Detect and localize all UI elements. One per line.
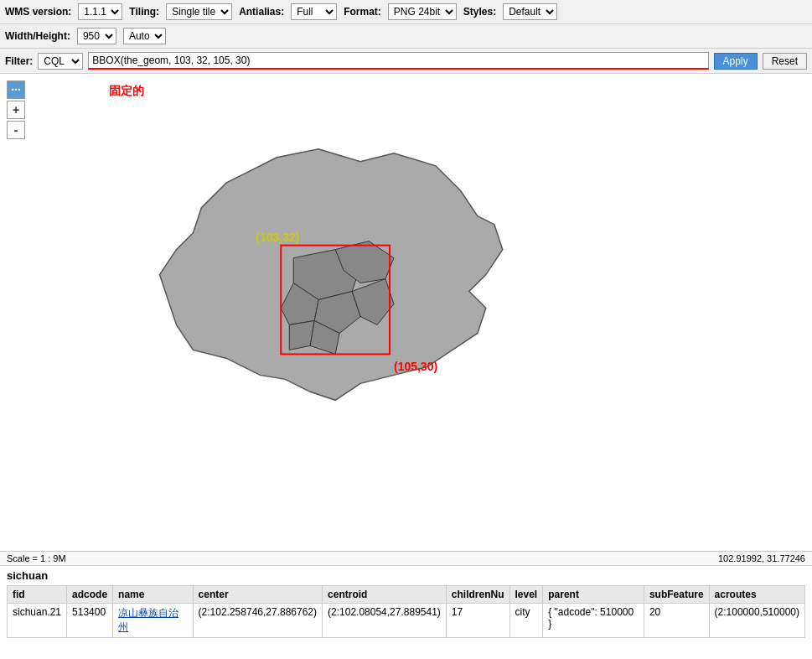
toolbar-row-2: Width/Height: 950 800 600 Auto 500 400 [0,24,812,49]
table-header-row: fid adcode name center centroid children… [8,586,805,604]
format-select[interactable]: PNG 24bit PNG 8bit JPEG GIF [388,3,457,20]
cell-subFeature: 20 [644,604,709,638]
data-table: fid adcode name center centroid children… [7,585,805,638]
coord-top-left-label: (103,32) [256,231,299,244]
col-level: level [509,586,543,604]
antialias-label: Antialias: [239,6,284,18]
map-svg: (103,32) (105,30) [0,74,812,551]
format-label: Format: [344,6,381,18]
col-acroutes: acroutes [709,586,804,604]
cell-center: (2:102.258746,27.886762) [193,604,322,638]
col-fid: fid [8,586,67,604]
map-container: ··· + - 固定的 (103,32) (105,30) [0,74,812,552]
filter-type-select[interactable]: CQL OGC [38,53,83,70]
wms-version-label: WMS version: [5,6,71,18]
col-center: center [193,586,322,604]
height-select[interactable]: Auto 500 400 [123,28,166,44]
col-adcode: adcode [67,586,113,604]
cell-childrenNu: 17 [446,604,509,638]
map-menu-button[interactable]: ··· [7,80,25,99]
cell-fid: sichuan.21 [8,604,67,638]
zoom-out-button[interactable]: - [7,121,25,139]
width-height-label: Width/Height: [5,30,70,42]
scale-text: Scale = 1 : 9M [7,553,66,563]
dots-icon: ··· [11,83,21,96]
filter-label: Filter: [5,55,33,67]
cell-centroid: (2:102.08054,27.889541) [323,604,447,638]
filter-row: Filter: CQL OGC Apply Reset [0,49,812,74]
cell-level: city [509,604,543,638]
apply-button[interactable]: Apply [714,53,758,70]
cell-name: 凉山彝族自治州 [113,604,194,638]
zoom-in-button[interactable]: + [7,101,25,119]
cell-parent: { "adcode": 510000 } [543,604,644,638]
styles-label: Styles: [463,6,496,18]
tiling-label: Tiling: [129,6,159,18]
plus-icon: + [13,103,19,117]
table-section: sichuan fid adcode name center centroid … [0,566,812,641]
filter-input[interactable] [88,52,708,70]
reset-button[interactable]: Reset [763,53,807,70]
map-toolbar: ··· + - [7,80,25,139]
col-parent: parent [543,586,644,604]
tiling-select[interactable]: Single tile Tiled [166,3,232,20]
col-subfeature: subFeature [644,586,709,604]
col-childrennu: childrenNu [446,586,509,604]
table-row: sichuan.21513400凉山彝族自治州(2:102.258746,27.… [8,604,805,638]
coordinates-text: 102.91992, 31.77246 [718,553,805,563]
styles-select[interactable]: Default [503,3,557,20]
width-select[interactable]: 950 800 600 [77,28,116,44]
toolbar-row-1: WMS version: 1.1.1 1.3.0 Tiling: Single … [0,0,812,24]
coord-bottom-right-label: (105,30) [394,360,437,373]
scale-bar: Scale = 1 : 9M 102.91992, 31.77246 [0,552,812,566]
wms-version-select[interactable]: 1.1.1 1.3.0 [78,3,122,20]
minus-icon: - [14,123,18,137]
col-name: name [113,586,194,604]
col-centroid: centroid [323,586,447,604]
cell-adcode: 513400 [67,604,113,638]
table-title: sichuan [7,569,805,582]
cell-acroutes: (2:100000,510000) [709,604,804,638]
antialias-select[interactable]: Full None Text Gray [291,3,337,20]
